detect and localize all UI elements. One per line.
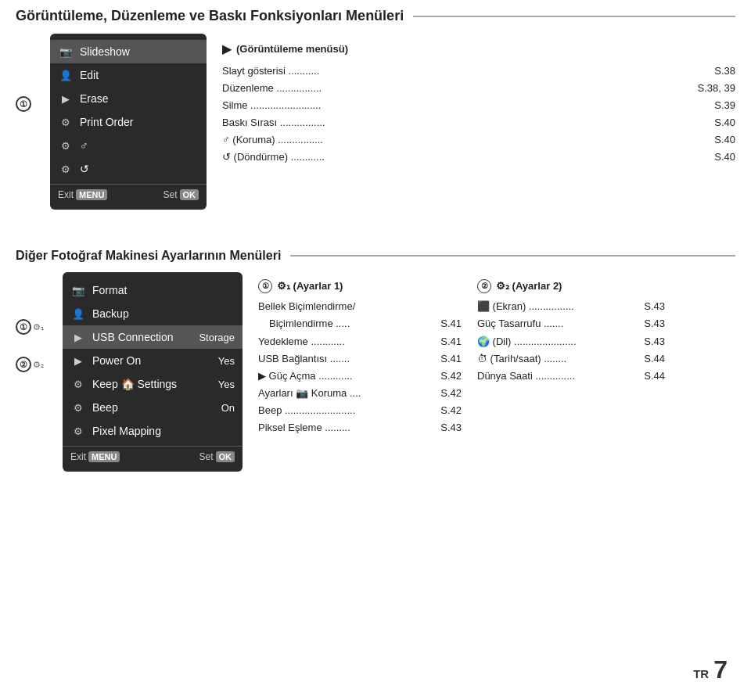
menu2-beep[interactable]: ⚙ Beep On xyxy=(63,396,243,419)
s2-ok-badge: OK xyxy=(216,451,235,462)
protect-label: ♂ xyxy=(80,139,199,152)
s2-entry-5: Ayarları 📷 Koruma .... S.42 xyxy=(258,385,462,402)
section2-desc1: ① ⚙₁ (Ayarlar 1) Bellek Biçimlendirme/ B… xyxy=(258,272,462,436)
s2-exit-btn[interactable]: Exit MENU xyxy=(70,451,120,462)
menu-item-slideshow[interactable]: 📷 Slideshow xyxy=(50,40,207,63)
desc-entry-4: ♂ (Koruma) ................ S.40 xyxy=(222,131,735,149)
usb-value: Storage xyxy=(199,332,235,343)
entry-label-4: ♂ (Koruma) ................ xyxy=(222,131,714,149)
circle1-wrapper: ① ⚙₁ xyxy=(16,319,44,335)
s2-entry-4: ▶ Güç Açma ............ S.42 xyxy=(258,368,462,385)
s2-menu-badge: MENU xyxy=(88,451,120,462)
s2-desc2-header: ② ⚙₂ (Ayarlar 2) xyxy=(477,277,665,295)
page-lang: TR xyxy=(693,667,709,680)
s2d2-entry-4: Dünya Saati .............. S.44 xyxy=(477,368,665,385)
beep-label: Beep xyxy=(92,401,215,414)
section1-desc: ▶ (Görüntüleme menüsü) Slayt gösterisi .… xyxy=(222,34,735,167)
gear3-icon: ⚙ xyxy=(70,400,86,415)
keep-label: Keep 🏠 Settings xyxy=(92,378,212,390)
person2-icon: 👤 xyxy=(70,306,86,321)
exit-btn[interactable]: Exit MENU xyxy=(58,189,107,200)
s2-entry-page-2: S.41 xyxy=(440,333,462,350)
desc-entry-2: Silme ......................... S.39 xyxy=(222,97,735,114)
camera-icon: 📷 xyxy=(58,44,74,59)
s2-entry-3: USB Bağlantısı ....... S.41 xyxy=(258,350,462,368)
menu-badge: MENU xyxy=(76,189,107,200)
section1-menu-panel: 📷 Slideshow 👤 Edit ▶ Erase ⚙ Print Order… xyxy=(50,34,207,210)
backup-label: Backup xyxy=(92,307,235,320)
menu-item-erase[interactable]: ▶ Erase xyxy=(50,87,207,110)
gear-icon: ⚙ xyxy=(58,114,74,130)
s2-entry-2: Yedekleme ............ S.41 xyxy=(258,333,462,350)
play2-icon: ▶ xyxy=(70,329,86,345)
s2d2-entry-3: ⏱ (Tarih/saat) ........ S.44 xyxy=(477,350,665,368)
ok-badge: OK xyxy=(180,189,199,200)
entry-page-4: S.40 xyxy=(714,131,735,149)
person-icon: 👤 xyxy=(58,67,74,83)
section2-menu-panel: 📷 Format 👤 Backup ▶ USB Connection Stora… xyxy=(63,272,243,472)
s2-circle1-label: ① xyxy=(258,279,272,293)
entry-label-2: Silme ......................... xyxy=(222,97,714,114)
s2-entry-page-1: S.41 xyxy=(440,315,462,332)
page-number: 7 xyxy=(713,655,728,684)
camera2-icon: 📷 xyxy=(70,282,86,298)
entry-page-0: S.38 xyxy=(714,63,735,80)
s2-desc1-header-text: ⚙₁ (Ayarlar 1) xyxy=(277,277,343,295)
menu-item-rotate[interactable]: ⚙ ↺ xyxy=(50,157,207,181)
section1-desc-header: ▶ (Görüntüleme menüsü) xyxy=(222,38,735,59)
play3-icon: ▶ xyxy=(70,353,86,368)
entry-label-1: Düzenleme ................ xyxy=(222,80,698,97)
s2-entry-label-3: USB Bağlantısı ....... xyxy=(258,350,440,368)
rotate-label: ↺ xyxy=(80,163,199,175)
entry-label-0: Slayt gösterisi ........... xyxy=(222,63,714,80)
set-btn[interactable]: Set OK xyxy=(163,189,199,200)
s2-circle2-label: ② xyxy=(477,279,491,293)
play-circle-icon: ▶ xyxy=(222,38,232,59)
section1-desc-header-text: (Görüntüleme menüsü) xyxy=(236,40,348,58)
menu2-poweron[interactable]: ▶ Power On Yes xyxy=(63,349,243,372)
set-label: Set xyxy=(163,189,177,200)
s2d2-entry-page-1: S.43 xyxy=(644,315,665,332)
s2-entry-label-2: Yedekleme ............ xyxy=(258,333,440,350)
section1-panel-footer: Exit MENU Set OK xyxy=(50,184,207,203)
s2-settings2-icon: ⚙₂ xyxy=(33,360,44,370)
s2-entry-page-7: S.43 xyxy=(440,419,462,436)
entry-label-5: ↺ (Döndürme) ............ xyxy=(222,149,714,166)
s2-entry-page-5: S.42 xyxy=(440,385,462,402)
section1-content: ① 📷 Slideshow 👤 Edit ▶ Erase ⚙ Print Ord… xyxy=(16,34,735,210)
entry-page-1: S.38, 39 xyxy=(698,80,735,97)
erase-label: Erase xyxy=(80,92,199,105)
s2-entry-1: Biçimlendirme ..... S.41 xyxy=(258,315,462,332)
s2d2-entry-label-2: 🌍 (Dil) ...................... xyxy=(477,333,644,350)
page-indicator: TR 7 xyxy=(693,655,728,684)
s2-entry-page-3: S.41 xyxy=(440,350,462,368)
s2d2-entry-page-3: S.44 xyxy=(644,350,665,368)
section1-title: Görüntüleme, Düzenleme ve Baskı Fonksiyo… xyxy=(16,8,404,24)
desc-entry-5: ↺ (Döndürme) ............ S.40 xyxy=(222,149,735,166)
menu2-backup[interactable]: 👤 Backup xyxy=(63,302,243,325)
menu2-format[interactable]: 📷 Format xyxy=(63,278,243,302)
section2-circles: ① ⚙₁ ② ⚙₂ xyxy=(16,272,44,372)
usb-label: USB Connection xyxy=(92,331,192,343)
rotate-icon: ⚙ xyxy=(58,161,74,177)
menu-item-printorder[interactable]: ⚙ Print Order xyxy=(50,110,207,134)
menu2-pixel[interactable]: ⚙ Pixel Mapping xyxy=(63,419,243,443)
s2-entry-page-6: S.42 xyxy=(440,402,462,419)
gear4-icon: ⚙ xyxy=(70,423,86,439)
s2-entry-7: Piksel Eşleme ......... S.43 xyxy=(258,419,462,436)
section2: Diğer Fotoğraf Makinesi Ayarlarının Menü… xyxy=(0,241,751,479)
menu2-usb[interactable]: ▶ USB Connection Storage xyxy=(63,325,243,349)
menu2-keep[interactable]: ⚙ Keep 🏠 Settings Yes xyxy=(63,372,243,396)
entry-page-3: S.40 xyxy=(714,114,735,131)
s2-set-btn[interactable]: Set OK xyxy=(199,451,235,462)
keep-value: Yes xyxy=(218,379,235,390)
section1-header: Görüntüleme, Düzenleme ve Baskı Fonksiyo… xyxy=(16,8,735,24)
s2d2-entry-label-3: ⏱ (Tarih/saat) ........ xyxy=(477,350,644,368)
s2-entry-6: Beep ......................... S.42 xyxy=(258,402,462,419)
printorder-label: Print Order xyxy=(80,116,199,128)
poweron-value: Yes xyxy=(218,355,235,367)
s2-desc1-header: ① ⚙₁ (Ayarlar 1) xyxy=(258,277,462,295)
s2-set-label: Set xyxy=(199,451,213,462)
menu-item-protect[interactable]: ⚙ ♂ xyxy=(50,134,207,157)
menu-item-edit[interactable]: 👤 Edit xyxy=(50,63,207,87)
